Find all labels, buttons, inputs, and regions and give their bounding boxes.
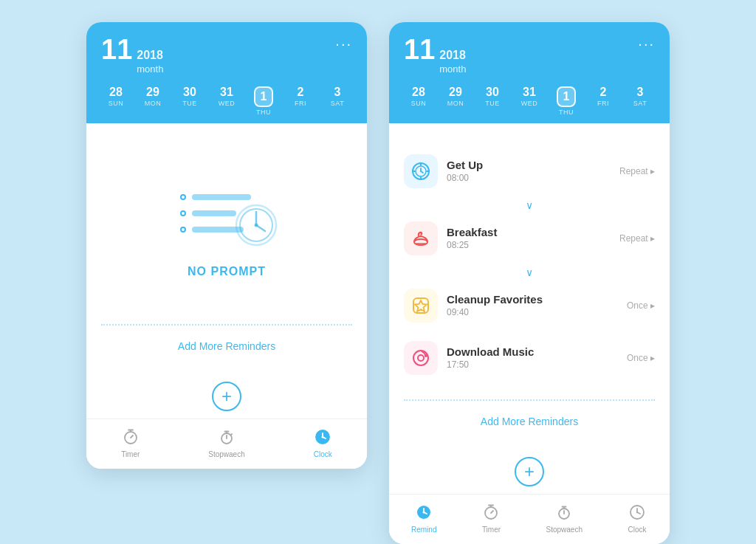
cal-day-30[interactable]: 30 TUE bbox=[175, 86, 205, 116]
getup-title: Get Up bbox=[447, 159, 611, 171]
left-calendar-row: 28 SUN 29 MON 30 TUE 31 WED 1 THU bbox=[101, 86, 352, 123]
svg-point-27 bbox=[419, 233, 422, 236]
svg-point-33 bbox=[425, 354, 427, 357]
empty-state: NO PROMPT bbox=[101, 138, 352, 317]
left-nav-timer[interactable]: Timer bbox=[120, 427, 141, 458]
right-nav-timer-label: Timer bbox=[482, 526, 501, 534]
right-nav: Remind Timer bbox=[389, 494, 670, 544]
music-title: Download Music bbox=[447, 345, 618, 358]
cleanup-info: Cleanup Favorites 09:40 bbox=[447, 293, 618, 317]
right-cal-day-28[interactable]: 28 SUN bbox=[404, 86, 433, 116]
music-icon-box bbox=[404, 341, 438, 375]
cal-day-1[interactable]: 1 THU bbox=[249, 86, 278, 116]
breakfast-info: Breakfast 08:25 bbox=[447, 226, 611, 250]
right-calendar-row: 28 SUN 29 MON 30 TUE 31 WED 1 THU bbox=[404, 86, 655, 123]
timer-icon bbox=[120, 427, 141, 447]
remind-icon bbox=[413, 502, 434, 523]
cleanup-icon-box bbox=[404, 289, 438, 323]
cal-day-28[interactable]: 28 SUN bbox=[101, 86, 131, 116]
left-nav: Timer Stopwaech bbox=[86, 419, 367, 469]
breakfast-repeat[interactable]: Repeat ▸ bbox=[619, 233, 655, 244]
music-time: 17:50 bbox=[447, 359, 618, 370]
right-divider bbox=[404, 399, 655, 401]
left-plus-button[interactable]: + bbox=[212, 382, 241, 411]
stopwatch-icon bbox=[216, 427, 237, 447]
left-nav-stopwatch-label: Stopwaech bbox=[208, 450, 244, 458]
left-nav-clock-label: Clock bbox=[314, 450, 332, 458]
svg-line-41 bbox=[491, 511, 493, 513]
right-add-reminders-btn[interactable]: Add More Reminders bbox=[404, 408, 655, 435]
right-content: Get Up 08:00 Repeat ▸ ∨ bbox=[389, 123, 670, 450]
cal-day-2[interactable]: 2 FRI bbox=[286, 86, 315, 116]
right-year-block: 2018 month bbox=[439, 48, 466, 76]
svg-point-17 bbox=[322, 435, 324, 438]
svg-point-32 bbox=[418, 355, 424, 361]
list-dot-2 bbox=[180, 210, 186, 216]
svg-line-8 bbox=[131, 435, 133, 438]
left-date-display: 11 2018 month bbox=[101, 35, 163, 76]
svg-point-31 bbox=[413, 351, 428, 365]
music-repeat[interactable]: Once ▸ bbox=[627, 353, 655, 363]
right-nav-stopwatch[interactable]: Stopwaech bbox=[546, 502, 582, 534]
list-dot-3 bbox=[180, 227, 186, 233]
right-date-display: 11 2018 month bbox=[404, 35, 466, 76]
list-bar-1 bbox=[192, 194, 251, 200]
reminder-cleanup[interactable]: Cleanup Favorites 09:40 Once ▸ bbox=[404, 280, 655, 332]
getup-repeat[interactable]: Repeat ▸ bbox=[619, 166, 655, 176]
left-add-reminders-btn[interactable]: Add More Reminders bbox=[101, 333, 352, 359]
right-more-button[interactable]: ··· bbox=[638, 35, 655, 52]
left-content: NO PROMPT Add More Reminders bbox=[86, 123, 367, 374]
reminder-getup[interactable]: Get Up 08:00 Repeat ▸ bbox=[404, 145, 655, 198]
right-cal-day-2[interactable]: 2 FRI bbox=[588, 86, 618, 116]
right-cal-day-1[interactable]: 1 THU bbox=[551, 86, 581, 116]
cal-day-3[interactable]: 3 SAT bbox=[323, 86, 352, 116]
right-cal-day-3[interactable]: 3 SAT bbox=[625, 86, 655, 116]
left-year-block: 2018 month bbox=[137, 48, 163, 76]
left-year: 2018 bbox=[137, 48, 163, 63]
clock-illustration bbox=[234, 203, 278, 250]
right-cal-day-29[interactable]: 29 MON bbox=[441, 86, 470, 116]
right-header-top: 11 2018 month ··· bbox=[404, 35, 655, 76]
cal-day-31[interactable]: 31 WED bbox=[212, 86, 241, 116]
right-plus-button[interactable]: + bbox=[515, 457, 544, 486]
right-nav-stopwatch-label: Stopwaech bbox=[546, 526, 582, 534]
svg-point-49 bbox=[636, 511, 638, 512]
right-plus-row: + bbox=[389, 450, 670, 494]
no-prompt-text: NO PROMPT bbox=[188, 265, 266, 278]
svg-point-37 bbox=[423, 511, 425, 513]
right-year: 2018 bbox=[439, 48, 466, 63]
right-nav-timer[interactable]: Timer bbox=[481, 502, 501, 534]
reminder-breakfast[interactable]: Breakfast 08:25 Repeat ▸ bbox=[404, 213, 655, 265]
list-dot-1 bbox=[180, 194, 186, 200]
left-header-top: 11 2018 month ··· bbox=[101, 35, 352, 76]
right-timer-icon bbox=[481, 502, 501, 523]
left-header: 11 2018 month ··· 28 SUN 29 MON bbox=[86, 22, 367, 123]
left-more-button[interactable]: ··· bbox=[335, 35, 352, 52]
cal-day-29[interactable]: 29 MON bbox=[138, 86, 168, 116]
svg-marker-30 bbox=[415, 300, 427, 311]
right-cal-day-31[interactable]: 31 WED bbox=[515, 86, 544, 116]
left-divider bbox=[101, 324, 352, 326]
left-phone-card: 11 2018 month ··· 28 SUN 29 MON bbox=[86, 22, 367, 469]
right-nav-clock[interactable]: Clock bbox=[627, 502, 647, 534]
right-month-label: month bbox=[439, 63, 466, 76]
list-bar-2 bbox=[192, 210, 236, 216]
breakfast-title: Breakfast bbox=[447, 226, 611, 238]
svg-line-25 bbox=[421, 171, 423, 173]
left-nav-stopwatch[interactable]: Stopwaech bbox=[208, 427, 244, 458]
breakfast-icon-box bbox=[404, 221, 438, 255]
left-nav-clock[interactable]: Clock bbox=[312, 427, 333, 458]
right-header: 11 2018 month ··· 28 SUN 29 MON bbox=[389, 22, 670, 123]
getup-time: 08:00 bbox=[447, 173, 611, 183]
reminder-music[interactable]: Download Music 17:50 Once ▸ bbox=[404, 332, 655, 385]
cleanup-repeat[interactable]: Once ▸ bbox=[627, 300, 655, 311]
right-nav-clock-label: Clock bbox=[628, 526, 646, 534]
page-container: 11 2018 month ··· 28 SUN 29 MON bbox=[64, 0, 692, 544]
music-info: Download Music 17:50 bbox=[447, 345, 618, 370]
right-nav-remind[interactable]: Remind bbox=[411, 502, 436, 534]
getup-info: Get Up 08:00 bbox=[447, 159, 611, 183]
breakfast-time: 08:25 bbox=[447, 240, 611, 250]
reminder-list: Get Up 08:00 Repeat ▸ ∨ bbox=[404, 138, 655, 392]
cleanup-time: 09:40 bbox=[447, 307, 618, 317]
right-cal-day-30[interactable]: 30 TUE bbox=[478, 86, 507, 116]
